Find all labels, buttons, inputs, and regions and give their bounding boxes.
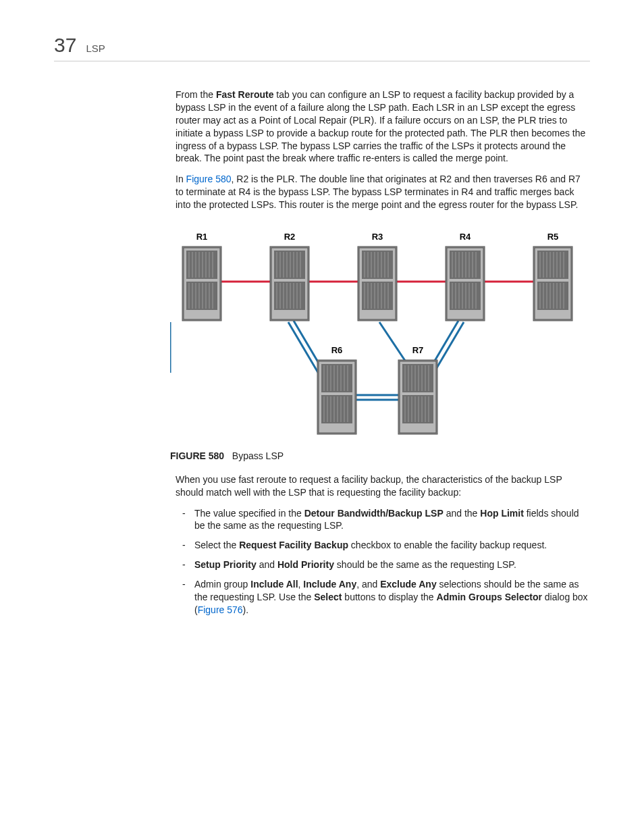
figure-link[interactable]: Figure 580 bbox=[186, 174, 232, 184]
text: From the bbox=[176, 89, 216, 100]
text: Select the bbox=[194, 540, 239, 550]
bold-text: Hold Priority bbox=[277, 559, 334, 570]
bold-text: Select bbox=[314, 592, 342, 602]
page-content: From the Fast Reroute tab you can config… bbox=[176, 88, 590, 617]
router-label: R2 bbox=[284, 232, 296, 242]
router-r1: R1 bbox=[182, 232, 221, 321]
list-item: Setup Priority and Hold Priority should … bbox=[194, 558, 590, 571]
diagram-svg: R1 R2 R3 R4 bbox=[170, 221, 589, 437]
caption-label: FIGURE 580 bbox=[170, 450, 224, 461]
router-label: R5 bbox=[547, 232, 559, 242]
figure-link[interactable]: Figure 576 bbox=[198, 604, 243, 615]
text: checkbox to enable the facility backup r… bbox=[348, 540, 547, 550]
router-label: R6 bbox=[331, 345, 343, 355]
router-label: R3 bbox=[372, 232, 383, 242]
bold-text: Exclude Any bbox=[380, 579, 437, 590]
text: and the bbox=[444, 508, 481, 519]
bold-text: Fast Reroute bbox=[216, 89, 274, 100]
router-r2: R2 bbox=[270, 232, 309, 321]
text: In bbox=[176, 174, 186, 184]
paragraph-3: When you use fast reroute to request a f… bbox=[176, 473, 590, 499]
router-label: R4 bbox=[460, 232, 471, 242]
page-number: 37 bbox=[54, 34, 76, 57]
bold-text: Setup Priority bbox=[194, 559, 257, 570]
caption-text: Bypass LSP bbox=[232, 450, 284, 461]
page-title: LSP bbox=[86, 43, 105, 54]
list-item: The value specified in the Detour Bandwi… bbox=[194, 507, 590, 533]
bullet-list: The value specified in the Detour Bandwi… bbox=[176, 507, 590, 617]
text: and bbox=[257, 559, 277, 570]
page-header: 37 LSP bbox=[54, 34, 590, 61]
figure-caption: FIGURE 580 Bypass LSP bbox=[170, 450, 590, 463]
text: Admin group bbox=[194, 579, 250, 590]
text: , R2 is the PLR. The double line that or… bbox=[176, 174, 581, 210]
text: buttons to display the bbox=[342, 592, 436, 602]
bold-text: Detour Bandwidth/Backup LSP bbox=[304, 508, 444, 519]
router-r5: R5 bbox=[533, 232, 572, 321]
paragraph-1: From the Fast Reroute tab you can config… bbox=[176, 88, 590, 165]
bold-text: Hop Limit bbox=[480, 508, 524, 519]
text: , and bbox=[356, 579, 380, 590]
router-label: R7 bbox=[412, 345, 424, 355]
bold-text: Request Facility Backup bbox=[239, 540, 348, 550]
router-r3: R3 bbox=[358, 232, 397, 321]
bold-text: Admin Groups Selector bbox=[437, 592, 542, 602]
router-label: R1 bbox=[196, 232, 208, 242]
bold-text: Include Any bbox=[303, 579, 356, 590]
paragraph-2: In Figure 580, R2 is the PLR. The double… bbox=[176, 173, 590, 211]
bold-text: Include All bbox=[250, 579, 298, 590]
list-item: Select the Request Facility Backup check… bbox=[194, 539, 590, 552]
text: The value specified in the bbox=[194, 508, 304, 519]
figure-bypass-lsp: R1 R2 R3 R4 bbox=[170, 221, 590, 440]
text: ). bbox=[243, 604, 249, 615]
list-item: Admin group Include All, Include Any, an… bbox=[194, 578, 590, 617]
text: tab you can configure an LSP to request … bbox=[176, 89, 585, 163]
text: should be the same as the requesting LSP… bbox=[334, 559, 516, 570]
router-r6: R6 bbox=[317, 345, 356, 434]
document-page: 37 LSP From the Fast Reroute tab you can… bbox=[0, 0, 644, 664]
router-r4: R4 bbox=[446, 232, 485, 321]
